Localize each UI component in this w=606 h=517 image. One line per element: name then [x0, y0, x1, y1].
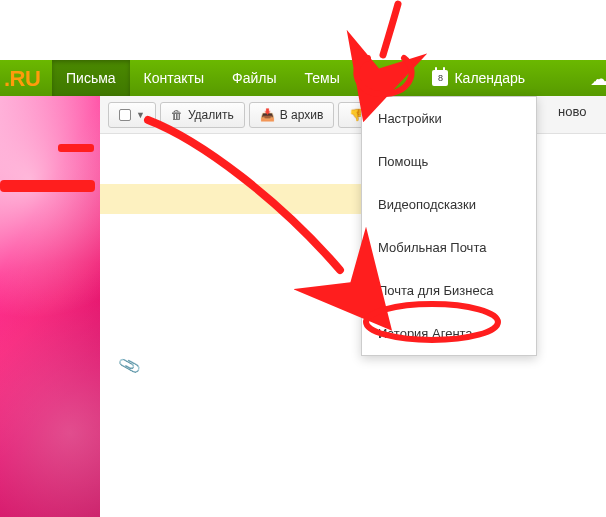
archive-icon: 📥 — [260, 108, 275, 122]
delete-label: Удалить — [188, 108, 234, 122]
right-text-partial[interactable]: ново — [558, 104, 586, 119]
nav-mail[interactable]: Письма — [52, 60, 130, 96]
chevron-down-icon: ▼ — [136, 110, 145, 120]
nav-more[interactable]: Ещё — [354, 60, 419, 96]
dd-business[interactable]: Почта для Бизнеса — [362, 269, 536, 312]
calendar-icon: 8 — [432, 70, 448, 86]
dd-help[interactable]: Помощь — [362, 140, 536, 183]
logo-suffix: .RU — [0, 60, 52, 96]
cloud-icon[interactable]: ☁ — [590, 68, 606, 90]
nav-calendar[interactable]: 8 Календарь — [418, 60, 539, 96]
dd-mobile[interactable]: Мобильная Почта — [362, 226, 536, 269]
select-all-button[interactable]: ▼ — [108, 102, 156, 128]
annotation-redaction — [0, 180, 95, 192]
nav-contacts[interactable]: Контакты — [130, 60, 218, 96]
delete-button[interactable]: 🗑 Удалить — [160, 102, 245, 128]
archive-label: В архив — [280, 108, 324, 122]
nav-themes[interactable]: Темы — [291, 60, 354, 96]
annotation-redaction — [58, 144, 94, 152]
dd-agent-history[interactable]: История Агента — [362, 312, 536, 355]
more-dropdown: Настройки Помощь Видеоподсказки Мобильна… — [361, 96, 537, 356]
archive-button[interactable]: 📥 В архив — [249, 102, 335, 128]
dd-settings[interactable]: Настройки — [362, 97, 536, 140]
nav-calendar-label: Календарь — [454, 70, 525, 86]
trash-icon: 🗑 — [171, 108, 183, 122]
nav-files[interactable]: Файлы — [218, 60, 290, 96]
dd-videohints[interactable]: Видеоподсказки — [362, 183, 536, 226]
message-row-selected[interactable] — [100, 184, 362, 214]
checkbox-icon — [119, 109, 131, 121]
sidebar-background — [0, 96, 100, 517]
